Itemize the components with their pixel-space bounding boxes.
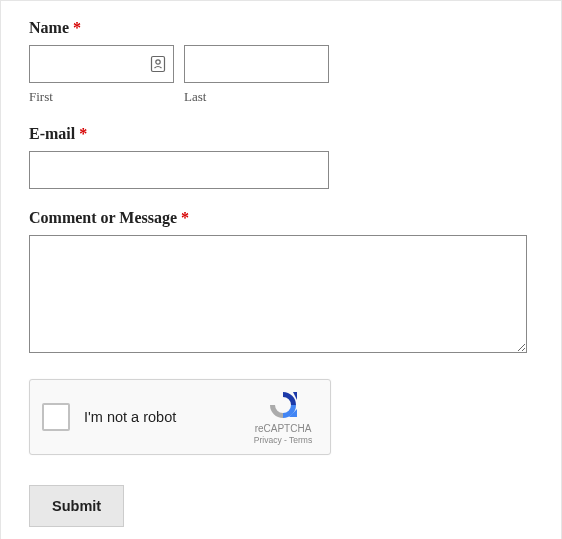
name-label-text: Name [29, 19, 69, 36]
required-asterisk: * [181, 209, 189, 226]
message-label-text: Comment or Message [29, 209, 177, 226]
email-input[interactable] [29, 151, 329, 189]
message-label: Comment or Message * [29, 209, 533, 227]
last-name-col: Last [184, 45, 329, 105]
first-name-sublabel: First [29, 89, 174, 105]
first-name-col: First [29, 45, 174, 105]
name-field-group: Name * First Las [29, 19, 533, 105]
first-name-input[interactable] [29, 45, 174, 83]
recaptcha-label: I'm not a robot [84, 409, 248, 425]
submit-button[interactable]: Submit [29, 485, 124, 527]
email-label: E-mail * [29, 125, 533, 143]
first-name-wrapper [29, 45, 174, 83]
email-field-group: E-mail * [29, 125, 533, 189]
recaptcha-links-text: Privacy - Terms [254, 435, 312, 445]
required-asterisk: * [79, 125, 87, 142]
name-label: Name * [29, 19, 533, 37]
contact-form: Name * First Las [0, 0, 562, 539]
message-field-group: Comment or Message * [29, 209, 533, 357]
required-asterisk: * [73, 19, 81, 36]
recaptcha-brand-text: reCAPTCHA [255, 423, 312, 434]
recaptcha-logo-icon [265, 389, 301, 421]
last-name-sublabel: Last [184, 89, 329, 105]
recaptcha-branding: reCAPTCHA Privacy - Terms [248, 389, 318, 445]
recaptcha-widget: I'm not a robot reCAPTCHA Privacy - Term… [29, 379, 331, 455]
last-name-input[interactable] [184, 45, 329, 83]
name-inputs-row: First Last [29, 45, 533, 105]
email-label-text: E-mail [29, 125, 75, 142]
recaptcha-checkbox[interactable] [42, 403, 70, 431]
message-textarea[interactable] [29, 235, 527, 353]
